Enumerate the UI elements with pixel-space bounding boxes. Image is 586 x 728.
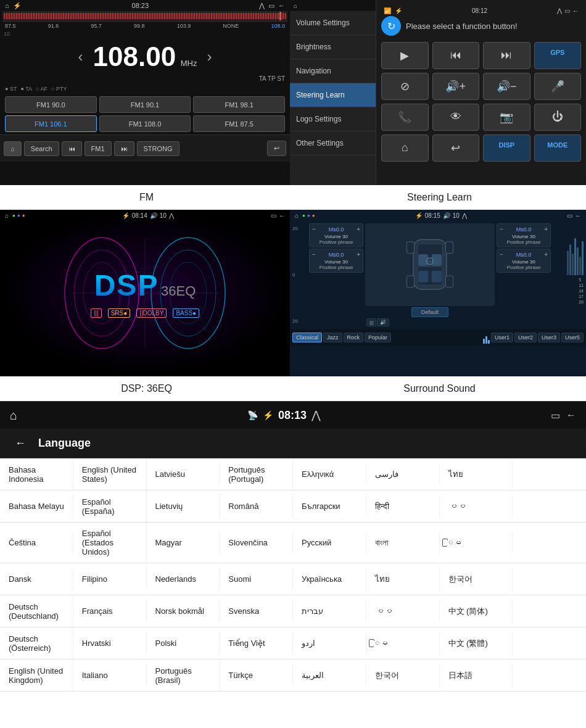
lang-dutch[interactable]: Nederlands xyxy=(147,568,220,590)
lang-bahasa-indonesia[interactable]: Bahasa Indonesia xyxy=(0,459,73,490)
steering-power-btn[interactable]: ⏻ xyxy=(534,104,582,131)
lang-spanish-spain[interactable]: Español (España) xyxy=(73,491,147,522)
steering-home2-btn[interactable]: ⌂ xyxy=(381,134,429,162)
lang-english-uk[interactable]: English (United Kingdom) xyxy=(0,660,73,691)
surround-fr-plus[interactable]: + xyxy=(544,226,548,233)
surround-preset-classical[interactable]: Classical xyxy=(292,333,322,342)
lang-thai-2[interactable]: ไทย xyxy=(366,566,440,592)
lang-russian[interactable]: Русский xyxy=(293,532,366,553)
fm-prev-arrow[interactable]: ‹ xyxy=(68,48,93,65)
sidebar-navigation[interactable]: Navigation xyxy=(290,59,376,83)
surround-default-btn[interactable]: Default xyxy=(411,307,448,317)
fm-strong-btn[interactable]: STRONG xyxy=(137,141,180,156)
fm-prev-btn[interactable]: ⏮ xyxy=(62,141,82,156)
fm-next-btn[interactable]: ⏭ xyxy=(114,141,134,156)
lang-greek[interactable]: Ελληνικά xyxy=(293,463,366,485)
surround-fl-minus[interactable]: − xyxy=(312,226,316,233)
surround-fr-minus[interactable]: − xyxy=(500,226,503,233)
surround-rl-minus[interactable]: − xyxy=(312,251,316,258)
lang-chinese-traditional[interactable]: 中文 (繁體) xyxy=(440,632,513,655)
lang-hungarian[interactable]: Magyar xyxy=(147,532,220,553)
lang-italian[interactable]: Italiano xyxy=(73,664,147,686)
surround-preset-popular[interactable]: Popular xyxy=(365,333,391,342)
lang-slovak[interactable]: Slovenčina xyxy=(220,532,293,553)
sidebar-volume-settings[interactable]: Volume Settings xyxy=(290,11,376,35)
lang-swedish[interactable]: Svenska xyxy=(220,600,293,622)
steering-prev-btn[interactable]: ⏮ xyxy=(432,42,480,69)
lang-vietnamese[interactable]: Tiếng Việt xyxy=(220,632,293,654)
surround-preset-rock[interactable]: Rock xyxy=(344,333,364,342)
sidebar-brightness[interactable]: Brightness xyxy=(290,35,376,59)
surround-fl-plus[interactable]: + xyxy=(357,226,360,233)
steering-disp-btn[interactable]: DISP xyxy=(483,134,530,162)
lang-hebrew[interactable]: עברית xyxy=(293,600,366,622)
lang-croatian[interactable]: Hrvatski xyxy=(73,632,147,654)
lang-french[interactable]: Français xyxy=(73,600,147,622)
lang-thai-1[interactable]: ไทย xyxy=(440,461,513,487)
fm-next-arrow[interactable]: › xyxy=(197,48,221,65)
surround-rr-minus[interactable]: − xyxy=(500,251,503,258)
surround-preset-jazz[interactable]: Jazz xyxy=(323,333,342,342)
fm-search-btn[interactable]: Search xyxy=(24,141,59,156)
steering-undo-btn[interactable]: ↩ xyxy=(432,134,480,162)
surround-rr-plus[interactable]: + xyxy=(544,251,548,258)
lang-spanish-us[interactable]: Español (Estados Unidos) xyxy=(73,523,147,563)
fm-preset-5[interactable]: FM1 108.0 xyxy=(99,115,191,132)
fm-preset-4[interactable]: FM1 106.1 xyxy=(5,115,97,132)
steering-mic-btn[interactable]: 🎤 xyxy=(534,73,582,100)
lang-portuguese-brazil[interactable]: Português (Brasil) xyxy=(147,660,220,691)
sidebar-steering-learn[interactable]: Steering Learn xyxy=(290,83,376,107)
lang-korean-1[interactable]: 한국어 xyxy=(440,568,513,591)
lang-portuguese-portugal[interactable]: Português (Portugal) xyxy=(220,459,293,490)
fm-back-btn[interactable]: ↩ xyxy=(267,141,286,156)
sidebar-other-settings[interactable]: Other Settings xyxy=(290,131,376,155)
steering-cam-btn[interactable]: 📷 xyxy=(483,104,530,131)
fm-preset-2[interactable]: FM1 90.1 xyxy=(99,96,191,113)
lang-bahasa-melayu[interactable]: Bahasa Melayu xyxy=(0,495,73,517)
surround-preset-user1[interactable]: User1 xyxy=(491,333,513,342)
lang-arabic[interactable]: العربية xyxy=(293,664,366,686)
lang-filipino[interactable]: Filipino xyxy=(73,568,147,590)
lang-czech[interactable]: Čeština xyxy=(0,532,73,553)
fm-preset-1[interactable]: FM1 90.0 xyxy=(5,96,97,113)
lang-polish[interactable]: Polski xyxy=(147,632,220,654)
surround-eq-icon-btn[interactable]: ||| xyxy=(366,318,376,326)
surround-rl-plus[interactable]: + xyxy=(357,251,360,258)
lang-chinese-simplified[interactable]: 中文 (简体) xyxy=(440,600,513,623)
surround-vol-icon-btn[interactable]: 🔊 xyxy=(377,318,389,326)
lang-hindi[interactable]: हिन्दी xyxy=(366,495,440,518)
lang-ukrainian[interactable]: Українська xyxy=(293,568,366,590)
steering-eye-btn[interactable]: 👁 xyxy=(432,104,480,131)
lang-english-us[interactable]: English (United States) xyxy=(73,459,147,490)
steering-play-btn[interactable]: ▶ xyxy=(381,42,429,69)
lang-german-de[interactable]: Deutsch (Deutschland) xyxy=(0,596,73,627)
steering-next-btn[interactable]: ⏭ xyxy=(483,42,530,69)
lang-myanmar[interactable]: ပပ xyxy=(440,495,513,517)
steering-mode-btn[interactable]: MODE xyxy=(534,134,582,162)
surround-preset-user2[interactable]: User2 xyxy=(514,333,537,342)
lang-turkish[interactable]: Türkçe xyxy=(220,664,293,686)
surround-preset-user5[interactable]: User5 xyxy=(561,333,584,342)
lang-bengali[interactable]: বাংলা xyxy=(366,532,440,554)
lang-norwegian[interactable]: Norsk bokmål xyxy=(147,600,220,622)
lang-romanian[interactable]: Română xyxy=(220,495,293,517)
steering-phone-btn[interactable]: 📞 xyxy=(381,104,429,131)
sidebar-logo-settings[interactable]: Logo Settings xyxy=(290,107,376,131)
steering-vol-up-btn[interactable]: 🔊+ xyxy=(432,73,480,100)
fm-band-btn[interactable]: FM1 xyxy=(85,141,112,156)
lang-bulgarian[interactable]: Български xyxy=(293,495,366,517)
lang-myanmar3[interactable]: ပပ xyxy=(366,600,440,622)
lang-lithuanian[interactable]: Lietuvių xyxy=(147,495,220,517)
lang-latviesu[interactable]: Latviešu xyxy=(147,463,220,485)
fm-preset-6[interactable]: FM1 87.5 xyxy=(193,115,285,132)
lang-myanmar2[interactable]: ြမ xyxy=(440,532,513,553)
lang-german-at[interactable]: Deutsch (Österreich) xyxy=(0,628,73,659)
surround-preset-user3[interactable]: User3 xyxy=(538,333,560,342)
language-back-button[interactable]: ← xyxy=(10,434,31,452)
steering-refresh-btn[interactable]: ↻ xyxy=(381,16,401,36)
lang-urdu[interactable]: اردو xyxy=(293,632,366,654)
fm-preset-3[interactable]: FM1 98.1 xyxy=(193,96,285,113)
steering-gps-btn[interactable]: GPS xyxy=(534,42,582,69)
lang-korean-2[interactable]: 한국어 xyxy=(366,664,440,687)
steering-mute-btn[interactable]: ⊘ xyxy=(381,73,429,100)
